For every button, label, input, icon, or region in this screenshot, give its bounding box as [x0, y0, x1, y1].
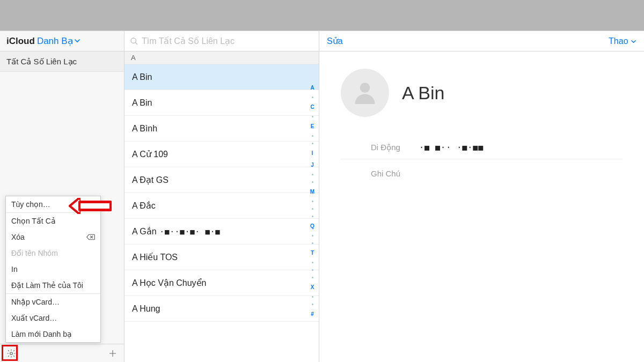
index-letter[interactable]: Q	[310, 223, 314, 229]
menu-import-vcard[interactable]: Nhập vCard…	[6, 294, 100, 310]
contact-name: A Gắn	[132, 226, 157, 237]
svg-point-0	[10, 352, 13, 354]
app-title: Danh Bạ	[37, 35, 73, 47]
contact-row[interactable]: A Hiếu TOS	[125, 245, 319, 270]
sidebar-footer	[0, 344, 124, 362]
index-dot[interactable]	[312, 181, 313, 183]
contact-name: A Cử 109	[132, 149, 168, 159]
index-letter[interactable]: A	[310, 85, 314, 91]
menu-preferences[interactable]: Tùy chọn…	[6, 196, 100, 212]
index-dot[interactable]	[312, 116, 313, 117]
contact-row[interactable]: A Học Vận Chuyển	[125, 270, 319, 296]
person-icon	[350, 78, 380, 108]
contact-name: A Đắc	[132, 201, 156, 211]
action-dropdown[interactable]: Thao	[609, 36, 636, 46]
svg-point-1	[131, 38, 136, 43]
contact-name: A Đạt GS	[132, 175, 169, 185]
list-section-header: A	[125, 51, 319, 64]
contact-name-heading: A Bin	[402, 83, 444, 104]
index-letter[interactable]: C	[310, 104, 314, 110]
contact-row[interactable]: A Bin	[125, 90, 319, 116]
backspace-icon	[86, 234, 95, 240]
search-input[interactable]	[142, 36, 313, 46]
chevron-down-icon	[74, 36, 80, 47]
contact-list[interactable]: A BinA BinA BìnhA Cử 109A Đạt GSA ĐắcA G…	[125, 64, 319, 362]
index-dot[interactable]	[312, 216, 313, 217]
menu-export-vcard[interactable]: Xuất vCard…	[6, 310, 100, 326]
index-dot[interactable]	[312, 174, 313, 175]
index-dot[interactable]	[312, 304, 313, 305]
index-letter[interactable]: X	[311, 284, 314, 290]
mobile-field: Di Động ·■ ■·· ·■·■■	[341, 138, 623, 159]
contact-name: A Hiếu TOS	[132, 252, 178, 262]
detail-header: Sửa Thao	[319, 31, 644, 51]
mobile-label: Di Động	[371, 143, 419, 152]
index-dot[interactable]	[312, 242, 313, 244]
index-letter[interactable]: J	[311, 162, 314, 168]
menu-delete[interactable]: Xóa	[6, 229, 100, 245]
sidebar-header[interactable]: iCloud Danh Bạ	[0, 31, 124, 51]
menu-delete-label: Xóa	[11, 233, 25, 241]
index-dot[interactable]	[312, 262, 313, 263]
menu-select-all[interactable]: Chọn Tất Cả	[6, 213, 100, 229]
settings-popup-menu: Tùy chọn… Chọn Tất Cả Xóa Đổi tên Nhóm I…	[5, 196, 101, 343]
alphabet-index-rail[interactable]: ACEIJMQTX#	[308, 85, 317, 317]
contact-name: A Bin	[132, 98, 152, 108]
sidebar-group-all-contacts[interactable]: Tất Cả Số Liên Lạc	[0, 51, 124, 72]
mobile-value[interactable]: ·■ ■·· ·■·■■	[419, 143, 484, 152]
index-letter[interactable]: T	[311, 250, 314, 256]
notes-label: Ghi Chú	[341, 169, 623, 178]
contact-row[interactable]: A Hung	[125, 296, 319, 322]
contact-masked-suffix: ·■··■·■· ■·■	[160, 227, 221, 236]
index-dot[interactable]	[312, 97, 313, 98]
menu-rename-group: Đổi tên Nhóm	[6, 245, 100, 261]
edit-button[interactable]: Sửa	[327, 36, 343, 46]
contact-name: A Hung	[132, 304, 160, 314]
index-dot[interactable]	[312, 277, 313, 278]
contact-row[interactable]: A Đắc	[125, 193, 319, 219]
contact-avatar	[341, 69, 389, 117]
icloud-label: iCloud	[6, 36, 35, 47]
index-dot[interactable]	[312, 269, 313, 271]
index-dot[interactable]	[312, 201, 313, 202]
contact-row[interactable]: A Đạt GS	[125, 167, 319, 193]
contact-row[interactable]: A Cử 109	[125, 142, 319, 167]
add-plus-icon[interactable]	[106, 346, 120, 360]
search-bar[interactable]	[125, 31, 319, 51]
settings-gear-icon[interactable]	[4, 346, 18, 360]
index-letter[interactable]: M	[310, 189, 314, 195]
chevron-down-icon	[631, 39, 636, 45]
menu-refresh-contacts[interactable]: Làm mới Danh bạ	[6, 326, 100, 342]
contact-name: A Học Vận Chuyển	[132, 278, 207, 288]
contact-row[interactable]: A Gắn·■··■·■· ■·■	[125, 219, 319, 245]
contact-row[interactable]: A Bình	[125, 116, 319, 142]
menu-print[interactable]: In	[6, 261, 100, 277]
contact-row[interactable]: A Bin	[125, 64, 319, 90]
index-letter[interactable]: #	[311, 311, 314, 317]
sidebar: iCloud Danh Bạ Tất Cả Số Liên Lạc Tùy ch…	[0, 31, 125, 362]
index-dot[interactable]	[312, 208, 313, 210]
index-dot[interactable]	[312, 135, 313, 137]
index-letter[interactable]: E	[311, 123, 314, 129]
menu-set-my-card[interactable]: Đặt Làm Thẻ của Tôi	[6, 277, 100, 293]
contacts-app: iCloud Danh Bạ Tất Cả Số Liên Lạc Tùy ch…	[0, 31, 644, 362]
svg-point-2	[360, 83, 370, 93]
index-dot[interactable]	[312, 296, 313, 298]
index-dot[interactable]	[312, 235, 313, 237]
contact-name: A Bin	[132, 72, 152, 82]
index-dot[interactable]	[312, 143, 313, 144]
contact-name: A Bình	[132, 124, 157, 134]
contact-detail-panel: Sửa Thao A Bin Di Động ·■ ■·· ·■·■■ Ghi …	[319, 31, 644, 362]
contact-list-column: A A BinA BinA BìnhA Cử 109A Đạt GSA ĐắcA…	[125, 31, 319, 362]
search-icon	[130, 37, 138, 46]
index-letter[interactable]: I	[312, 150, 313, 156]
